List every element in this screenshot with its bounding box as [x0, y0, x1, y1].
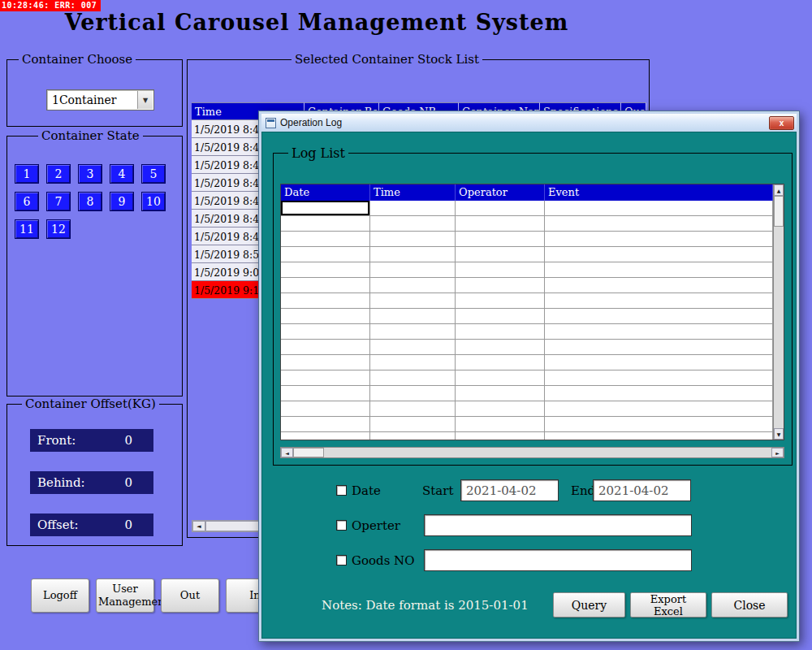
offset-label: Front:	[30, 433, 76, 448]
log-cell	[545, 324, 773, 340]
scroll-left-icon[interactable]	[281, 448, 293, 457]
log-cell	[545, 355, 773, 370]
log-row[interactable]	[281, 216, 773, 232]
goods-no-input[interactable]	[424, 549, 692, 571]
log-cell	[456, 417, 545, 432]
container-state-button-6[interactable]: 6	[15, 192, 39, 211]
operter-checkbox[interactable]	[336, 520, 347, 531]
container-select-value: 1Container	[52, 93, 117, 106]
export-excel-button[interactable]: Export Excel	[630, 592, 706, 618]
log-row[interactable]	[281, 293, 773, 309]
log-cell	[281, 201, 370, 216]
log-cell	[456, 278, 545, 293]
dialog-body: Log List DateTimeOperatorEvent	[261, 132, 797, 639]
container-state-button-9[interactable]: 9	[110, 192, 134, 211]
log-cell	[545, 417, 773, 432]
bottom-button-bar: LogoffUser ManagementOutIn	[31, 578, 284, 613]
log-cell	[545, 278, 773, 293]
log-cell	[281, 216, 370, 232]
log-cell	[281, 355, 370, 370]
log-row[interactable]	[281, 232, 773, 247]
log-cell	[281, 293, 370, 309]
operter-input[interactable]	[424, 514, 692, 536]
log-row[interactable]	[281, 247, 773, 262]
log-column-header: Time	[370, 184, 456, 201]
log-horizontal-scrollbar[interactable]	[280, 447, 784, 458]
container-state-button-10[interactable]: 10	[141, 192, 166, 211]
log-vertical-scrollbar[interactable]	[773, 184, 784, 440]
user-management-button[interactable]: User Management	[96, 578, 154, 613]
log-cell	[456, 232, 545, 247]
notes-text: Notes: Date format is 2015-01-01	[322, 598, 529, 613]
log-cell	[370, 355, 456, 370]
log-cell	[370, 386, 456, 401]
log-row[interactable]	[281, 386, 773, 401]
container-state-button-3[interactable]: 3	[78, 164, 102, 184]
container-state-button-1[interactable]: 1	[15, 164, 39, 184]
container-state-button-12[interactable]: 12	[46, 219, 71, 239]
log-row[interactable]	[281, 201, 773, 216]
container-state-button-5[interactable]: 5	[141, 164, 166, 184]
scroll-up-icon[interactable]	[774, 184, 784, 196]
offset-field-front: Front:0	[30, 429, 153, 452]
operator-filter-row: Operter	[262, 514, 796, 537]
out-button[interactable]: Out	[161, 578, 219, 613]
container-state-button-8[interactable]: 8	[78, 192, 102, 211]
log-cell	[370, 401, 456, 417]
log-cell	[456, 432, 545, 440]
logoff-button[interactable]: Logoff	[31, 578, 89, 613]
log-cell	[281, 278, 370, 293]
scroll-left-icon[interactable]	[192, 521, 205, 531]
scroll-thumb[interactable]	[774, 196, 784, 227]
close-button[interactable]: Close	[711, 592, 788, 618]
log-cell	[281, 432, 370, 440]
log-cell	[370, 432, 456, 440]
log-cell	[281, 386, 370, 401]
dialog-titlebar[interactable]: Operation Log x	[261, 114, 797, 132]
log-cell	[545, 370, 773, 386]
container-state-button-7[interactable]: 7	[46, 192, 71, 211]
page-title: Vertical Carousel Management System	[49, 10, 585, 35]
close-icon[interactable]: x	[769, 116, 794, 130]
log-row[interactable]	[281, 340, 773, 355]
scroll-right-icon[interactable]	[771, 448, 784, 457]
log-cell	[456, 340, 545, 355]
operter-checkbox-label: Operter	[352, 518, 400, 533]
date-checkbox[interactable]	[336, 485, 347, 496]
log-row[interactable]	[281, 370, 773, 386]
goods-no-checkbox[interactable]	[336, 555, 347, 566]
log-cell	[281, 324, 370, 340]
log-row[interactable]	[281, 417, 773, 432]
container-state-button-4[interactable]: 4	[110, 164, 134, 184]
log-cell	[281, 401, 370, 417]
container-state-grid: 123456789101112	[15, 164, 175, 239]
log-cell	[370, 232, 456, 247]
log-row[interactable]	[281, 262, 773, 278]
container-state-button-2[interactable]: 2	[46, 164, 71, 184]
log-cell	[545, 262, 773, 278]
container-select[interactable]: 1Container	[46, 89, 154, 110]
log-cell	[456, 355, 545, 370]
log-cell	[545, 216, 773, 232]
log-row[interactable]	[281, 401, 773, 417]
log-cell	[545, 247, 773, 262]
scroll-down-icon[interactable]	[774, 428, 784, 440]
log-row[interactable]	[281, 324, 773, 340]
offset-value: 0	[124, 518, 153, 532]
log-row[interactable]	[281, 355, 773, 370]
log-cell	[281, 370, 370, 386]
log-list-legend: Log List	[288, 145, 348, 161]
start-date-input[interactable]	[460, 479, 559, 501]
log-table: DateTimeOperatorEvent	[280, 184, 784, 440]
log-row[interactable]	[281, 432, 773, 440]
scroll-thumb[interactable]	[293, 448, 324, 457]
log-row[interactable]	[281, 309, 773, 324]
container-state-button-11[interactable]: 11	[15, 219, 39, 239]
log-cell	[545, 293, 773, 309]
end-date-input[interactable]	[593, 479, 691, 501]
chevron-down-icon[interactable]	[137, 91, 153, 109]
query-button[interactable]: Query	[553, 592, 625, 618]
log-row[interactable]	[281, 278, 773, 293]
log-cell	[281, 417, 370, 432]
scroll-thumb[interactable]	[205, 521, 262, 531]
